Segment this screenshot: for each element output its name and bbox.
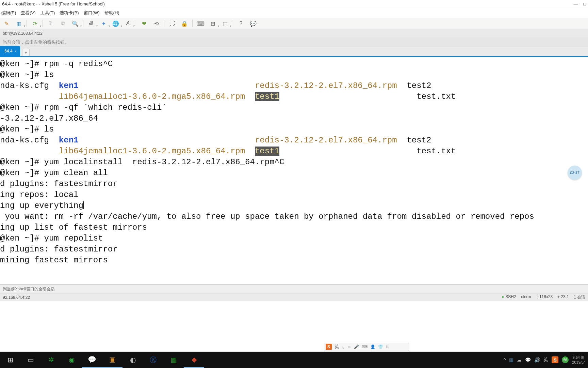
ime-skin-icon[interactable]: 👕	[378, 344, 383, 349]
tray-app-icon[interactable]: ▦	[509, 357, 513, 363]
ime-punct-icon[interactable]: ·,	[342, 344, 344, 349]
status-protocol: SSH2	[502, 294, 516, 300]
ime-language-toggle[interactable]: 英	[334, 344, 339, 350]
tray-sogou-icon[interactable]: S	[552, 356, 558, 363]
text-cursor	[83, 201, 84, 209]
lock-icon[interactable]: 🔒	[180, 19, 189, 28]
edge-icon[interactable]: ◉	[61, 352, 82, 368]
session-tab-active[interactable]: .64.4 ×	[0, 46, 20, 56]
close-icon[interactable]: ×	[15, 49, 17, 53]
tray-onedrive-icon[interactable]: ☁	[517, 357, 522, 363]
status-sessions: 1 会话	[574, 294, 585, 300]
status-term: xterm	[521, 294, 531, 300]
tray-volume-icon[interactable]: 🔊	[534, 357, 540, 363]
ime-toolbar[interactable]: S 英 ·, ☺ 🎤 ⌨ 👤 👕 ⠿	[324, 343, 409, 351]
windows-taskbar: ⊞ ▭ ✲ ◉ 💬 ▣ ◐ Ⓚ ▦ ◆ ^ ▦ ☁ 💬 🔊 英 S 56 9:5…	[0, 352, 588, 368]
taskbar-clock[interactable]: 9:54 周 2019/5/	[572, 355, 585, 365]
status-bar: 92.168.64.4:22 SSH2 xterm ┆ 118x23 ⌖ 23,…	[0, 293, 588, 301]
app-icon-1[interactable]: ✲	[41, 352, 61, 368]
font-icon[interactable]: A	[124, 19, 132, 28]
timer-badge[interactable]: 03:47	[568, 166, 582, 180]
tray-chevron-icon[interactable]: ^	[504, 357, 506, 363]
panel-icon[interactable]: ◫	[220, 19, 229, 28]
tray-lang-icon[interactable]: 英	[543, 357, 548, 363]
hint-bar: 当前会话，点击左侧的箭头按钮。	[0, 37, 588, 47]
ime-keyboard-icon[interactable]: ⌨	[362, 344, 368, 349]
kugou-icon[interactable]: Ⓚ	[143, 352, 163, 368]
status-size: ┆ 118x23	[536, 294, 553, 300]
copy-icon[interactable]: ⧉	[59, 19, 67, 28]
favorite-icon[interactable]: ❤	[140, 19, 148, 28]
sogou-icon[interactable]: S	[326, 344, 332, 350]
new-tab-button[interactable]: +	[22, 49, 30, 56]
reconnect-icon[interactable]: ⟳	[30, 19, 39, 28]
bookmark-icon[interactable]: ✦	[99, 19, 108, 28]
ime-mic-icon[interactable]: 🎤	[354, 344, 359, 349]
new-session-icon[interactable]: ✎	[2, 19, 11, 28]
chrome-icon[interactable]: ◐	[122, 352, 143, 368]
iqiyi-icon[interactable]: ▦	[163, 352, 184, 368]
menu-edit[interactable]: 编辑(E)	[1, 10, 16, 16]
terminal-output[interactable]: @ken ~]# rpm -q redis^C @ken ~]# ls nda-…	[0, 57, 588, 266]
add-window-icon[interactable]: ⊞	[208, 19, 217, 28]
menu-tools[interactable]: 工具(T)	[40, 10, 55, 16]
tray-chat-icon[interactable]: 💬	[525, 357, 531, 363]
tray-360-badge[interactable]: 56	[562, 356, 569, 363]
window-title-bar: 64.4 - root@ken:~ - Xshell 5 (Free for H…	[0, 0, 588, 8]
wechat-icon[interactable]: 💬	[82, 352, 102, 368]
session-tabs: .64.4 × +	[0, 47, 588, 57]
print-icon[interactable]: 🖶	[87, 19, 96, 28]
ime-person-icon[interactable]: 👤	[370, 344, 375, 349]
open-session-icon[interactable]: ▥	[14, 19, 23, 28]
refresh-icon[interactable]: ⟲	[152, 19, 161, 28]
globe-icon[interactable]: 🌐	[111, 19, 120, 28]
link-icon[interactable]: 🗎	[46, 19, 55, 28]
ime-emoji-icon[interactable]: ☺	[347, 344, 351, 349]
keyboard-icon[interactable]: ⌨	[196, 19, 205, 28]
search-icon[interactable]: 🔍	[71, 19, 80, 28]
status-cursor: ⌖ 23,1	[557, 294, 569, 300]
menu-view[interactable]: 查看(V)	[21, 10, 35, 16]
ime-tools-icon[interactable]: ⠿	[386, 344, 389, 349]
status-host: 92.168.64.4:22	[3, 295, 30, 300]
window-title: 64.4 - root@ken:~ - Xshell 5 (Free for H…	[2, 1, 105, 6]
menu-tabs[interactable]: 选项卡(B)	[60, 10, 79, 16]
menu-bar: 编辑(E) 查看(V) 工具(T) 选项卡(B) 窗口(W) 帮助(H)	[0, 8, 588, 18]
xshell-icon[interactable]: ◆	[184, 352, 204, 368]
address-bar[interactable]: ot:*@192.168.64.4:22	[0, 29, 588, 37]
help-icon[interactable]: ?	[236, 19, 245, 28]
session-tab-label: .64.4	[3, 49, 13, 53]
vmware-icon[interactable]: ▣	[102, 352, 122, 368]
start-button[interactable]: ⊞	[0, 352, 20, 368]
minimize-button[interactable]: —	[574, 1, 578, 6]
chat-icon[interactable]: 💬	[249, 19, 258, 28]
toolbar: ✎ ▥ ⟳ 🗎 ⧉ 🔍 🖶 ✦ 🌐 A ❤ ⟲ ⛶ 🔒 ⌨ ⊞ ◫ ? 💬	[0, 18, 588, 29]
menu-help[interactable]: 帮助(H)	[104, 10, 119, 16]
maximize-button[interactable]: □	[583, 1, 586, 6]
expand-icon[interactable]: ⛶	[168, 19, 177, 28]
menu-window[interactable]: 窗口(W)	[84, 10, 100, 16]
broadcast-bar: 到当前Xshell窗口的全部会话	[0, 285, 588, 293]
task-view-icon[interactable]: ▭	[20, 352, 41, 368]
